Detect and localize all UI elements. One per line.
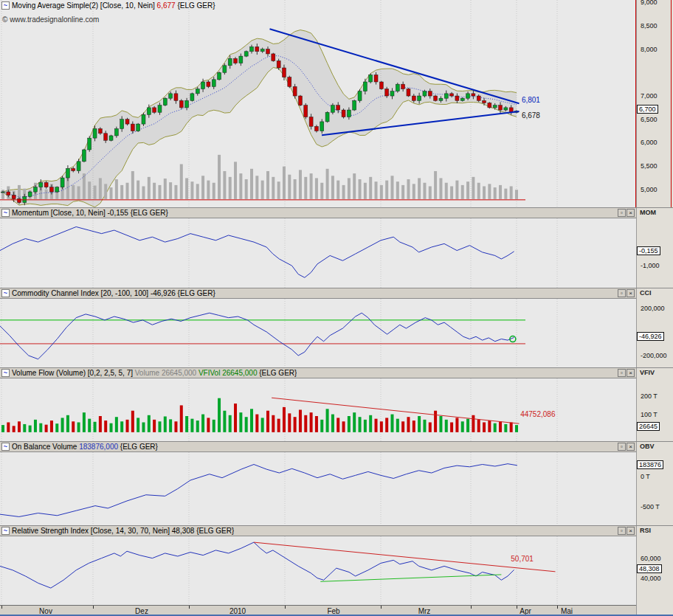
cci-axis-label: CCI — [640, 289, 652, 297]
indicator-wave-icon: ~ — [1, 443, 10, 451]
momentum-title-segment: Momentum [Close, 10, Nein] — [12, 209, 108, 217]
axis-highlight-line — [635, 0, 636, 207]
rsi-chart-svg: 50,701 — [0, 536, 636, 605]
chart-workspace: ~ Moving Average Simple(2) [Close, 10, N… — [0, 0, 673, 616]
obv-axis-tick: -500 T — [641, 503, 660, 511]
cci-axis-tick: 200,000 — [641, 305, 665, 312]
rsi-current-value-box: 48,308 — [637, 564, 662, 573]
panel-divider — [0, 367, 673, 368]
month-label: Mrz — [418, 607, 431, 615]
close-icon[interactable]: × — [627, 527, 635, 535]
momentum-axis-tick: -1,000 — [641, 262, 660, 269]
vfi-title-segment: {ELG GER} — [259, 369, 297, 377]
month-label: Apr — [520, 607, 531, 615]
axis-highlight-line — [671, 0, 672, 207]
restore-icon[interactable]: ▫ — [618, 209, 626, 217]
indicator-wave-icon: ~ — [1, 289, 10, 297]
vfi-title-segment: Volume 26645,000 — [135, 369, 199, 377]
svg-text:6,678: 6,678 — [522, 111, 540, 120]
price-axis-tick: 5,500 — [641, 162, 658, 170]
cci-panel[interactable]: ~ Commodity Channel Index [20, -100, 100… — [0, 288, 636, 367]
obv-title-segment: 183876,000 — [79, 443, 118, 451]
vfi-axis-tick: 100 T — [641, 411, 658, 418]
price-axis-tick: 6,500 — [641, 116, 658, 123]
restore-icon[interactable]: ▫ — [618, 443, 626, 451]
restore-icon[interactable]: ▫ — [618, 527, 626, 535]
value-axis-column[interactable]: 9,0008,5008,0007,0006,5006,0005,5005,000… — [636, 0, 673, 616]
time-axis-tick — [557, 606, 558, 609]
cci-current-value-box: -46,926 — [637, 332, 664, 341]
indicator-wave-icon: ~ — [1, 1, 10, 10]
restore-icon[interactable]: ▫ — [618, 289, 626, 297]
price-panel-title[interactable]: ~ Moving Average Simple(2) [Close, 10, N… — [1, 1, 215, 10]
price-chart-svg: 6,8016,678 — [0, 0, 636, 207]
obv-title-segment: {ELG GER} — [118, 443, 158, 451]
price-title-segment: 6,677 — [157, 1, 176, 10]
close-icon[interactable]: × — [627, 369, 635, 377]
momentum-chart-svg — [0, 218, 636, 288]
momentum-title-text: Momentum [Close, 10, Nein] -0,155 {ELG G… — [12, 209, 168, 217]
panel-divider — [0, 207, 673, 208]
close-icon[interactable]: × — [627, 443, 635, 451]
obv-chart[interactable] — [0, 452, 636, 525]
momentum-current-value-box: -0,155 — [637, 246, 660, 255]
price-axis-tick: 9,000 — [641, 0, 658, 6]
obv-axis-tick: 0 T — [641, 473, 650, 480]
indicator-wave-icon: ~ — [1, 369, 10, 377]
momentum-titlebar[interactable]: ~ Momentum [Close, 10, Nein] -0,155 {ELG… — [0, 207, 636, 218]
rsi-axis-tick: 60,000 — [641, 555, 661, 562]
momentum-panel[interactable]: ~ Momentum [Close, 10, Nein] -0,155 {ELG… — [0, 207, 636, 288]
rsi-title-text: Relative Strength Index [Close, 14, 30, … — [12, 527, 234, 535]
rsi-chart[interactable]: 50,701 — [0, 536, 636, 605]
price-axis-tick: 8,500 — [641, 22, 658, 30]
rsi-title-segment: 48,308 — [172, 527, 195, 535]
svg-text:6,801: 6,801 — [522, 96, 540, 104]
volume-flow-panel[interactable]: ~ Volume Flow (Volume) [0,2, 2,5, 5, 7] … — [0, 367, 636, 441]
close-icon[interactable]: × — [627, 289, 635, 297]
vfi-title-segment: Volume Flow (Volume) [0,2, 2,5, 5, 7] — [12, 369, 135, 377]
price-panel-title-text: Moving Average Simple(2) [Close, 10, Nei… — [12, 1, 215, 10]
price-title-segment: {ELG GER} — [176, 1, 215, 10]
volume-flow-title-text: Volume Flow (Volume) [0,2, 2,5, 5, 7] Vo… — [12, 369, 297, 377]
month-label: Dez — [135, 607, 148, 615]
volume-flow-titlebar[interactable]: ~ Volume Flow (Volume) [0,2, 2,5, 5, 7] … — [0, 367, 636, 378]
cci-titlebar[interactable]: ~ Commodity Channel Index [20, -100, 100… — [0, 288, 636, 299]
panel-divider — [0, 525, 673, 526]
vfi-axis-label: VFIV — [640, 369, 655, 376]
close-icon[interactable]: × — [627, 209, 635, 217]
time-axis-tick — [517, 606, 517, 609]
svg-text:44752,086: 44752,086 — [520, 410, 556, 418]
month-label: Mai — [561, 607, 573, 615]
rsi-titlebar[interactable]: ~ Relative Strength Index [Close, 14, 30… — [0, 525, 636, 536]
month-label: Nov — [39, 607, 52, 615]
cci-chart[interactable] — [0, 299, 636, 367]
momentum-chart[interactable] — [0, 218, 636, 288]
obv-current-value-box: 183876 — [637, 460, 663, 469]
cci-chart-svg — [0, 299, 636, 367]
price-axis-tick: 6,000 — [641, 139, 658, 146]
price-axis-tick: 7,000 — [641, 92, 658, 100]
rsi-title-segment: Relative Strength Index [Close, 14, 30, … — [12, 527, 172, 535]
indicator-wave-icon: ~ — [1, 527, 10, 535]
price-panel[interactable]: ~ Moving Average Simple(2) [Close, 10, N… — [0, 0, 636, 207]
obv-axis-label: OBV — [640, 443, 655, 450]
time-axis-tick — [381, 606, 382, 609]
svg-text:50,701: 50,701 — [511, 555, 534, 563]
obv-panel[interactable]: ~ On Balance Volume 183876,000 {ELG GER}… — [0, 441, 636, 525]
obv-chart-svg — [0, 452, 636, 525]
price-chart[interactable]: 6,8016,678 — [0, 0, 636, 207]
obv-titlebar[interactable]: ~ On Balance Volume 183876,000 {ELG GER}… — [0, 441, 636, 452]
volume-flow-chart[interactable]: 44752,086 — [0, 378, 636, 441]
rsi-axis-tick: 40,000 — [641, 575, 661, 582]
panel-divider — [0, 441, 673, 442]
restore-icon[interactable]: ▫ — [618, 369, 626, 377]
vfi-current-value-box: 26645 — [637, 422, 660, 431]
cci-title-segment: Commodity Channel Index [20, -100, 100] — [12, 289, 151, 297]
price-axis-tick: 5,000 — [641, 186, 658, 193]
obv-title-text: On Balance Volume 183876,000 {ELG GER} — [12, 443, 158, 451]
time-axis[interactable]: NovDez2010FebMrzAprMai — [0, 605, 636, 616]
time-axis-tick — [471, 606, 472, 609]
time-axis-tick — [93, 606, 94, 609]
rsi-panel[interactable]: ~ Relative Strength Index [Close, 14, 30… — [0, 525, 636, 605]
vfi-axis-tick: 200 T — [641, 392, 658, 400]
